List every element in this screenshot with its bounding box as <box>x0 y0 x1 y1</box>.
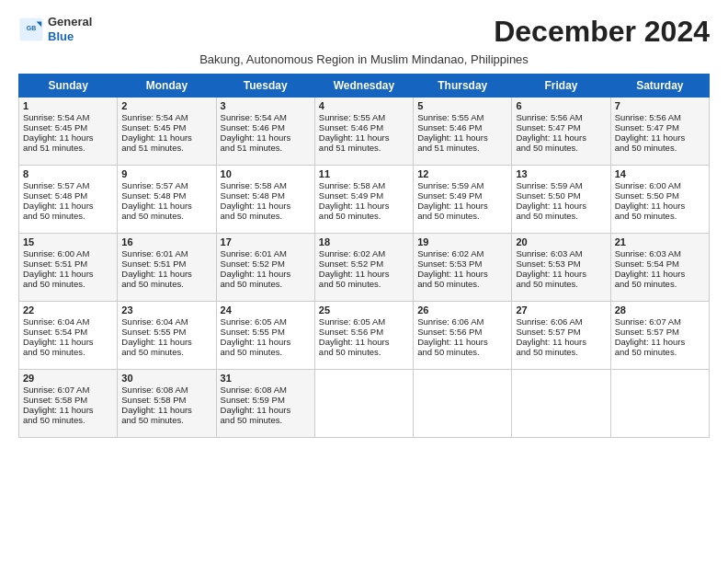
day-info-line: Sunrise: 6:07 AM <box>615 316 705 327</box>
day-info-line: Sunrise: 5:57 AM <box>23 180 113 190</box>
day-info-line: Sunrise: 5:54 AM <box>23 112 113 122</box>
day-info-line: Sunset: 5:52 PM <box>319 259 409 269</box>
day-number: 14 <box>615 168 705 179</box>
day-info-line: Daylight: 11 hours <box>615 337 705 347</box>
calendar-cell: 14Sunrise: 6:00 AMSunset: 5:50 PMDayligh… <box>610 166 709 234</box>
day-info-line: Sunrise: 6:06 AM <box>516 316 606 327</box>
calendar-table: SundayMondayTuesdayWednesdayThursdayFrid… <box>18 74 710 438</box>
day-info-line: and 50 minutes. <box>221 415 311 425</box>
calendar-cell: 5Sunrise: 5:55 AMSunset: 5:46 PMDaylight… <box>414 98 512 166</box>
day-info-line: Sunset: 5:45 PM <box>121 122 211 132</box>
day-number: 19 <box>417 236 507 247</box>
calendar-cell: 25Sunrise: 6:05 AMSunset: 5:56 PMDayligh… <box>314 302 413 370</box>
logo: GB General Blue <box>18 15 92 43</box>
day-info-line: and 50 minutes. <box>516 279 606 289</box>
calendar-week-1: 1Sunrise: 5:54 AMSunset: 5:45 PMDaylight… <box>19 98 710 166</box>
day-info-line: Sunrise: 6:07 AM <box>23 385 113 395</box>
col-header-friday: Friday <box>512 75 610 98</box>
day-info-line: Daylight: 11 hours <box>319 132 409 143</box>
day-info-line: Sunset: 5:47 PM <box>516 122 606 132</box>
day-number: 5 <box>417 100 507 111</box>
calendar-cell <box>414 370 512 438</box>
day-number: 6 <box>516 100 606 111</box>
calendar-cell <box>610 370 709 438</box>
day-info-line: Sunset: 5:55 PM <box>221 327 311 337</box>
calendar-cell: 11Sunrise: 5:58 AMSunset: 5:49 PMDayligh… <box>314 166 413 234</box>
day-number: 24 <box>221 304 311 316</box>
day-info-line: Daylight: 11 hours <box>319 201 409 211</box>
subtitle: Bakung, Autonomous Region in Muslim Mind… <box>18 52 710 66</box>
day-info-line: Sunrise: 5:58 AM <box>221 180 311 190</box>
calendar-week-3: 15Sunrise: 6:00 AMSunset: 5:51 PMDayligh… <box>19 234 710 302</box>
day-info-line: Sunset: 5:51 PM <box>121 259 211 269</box>
day-number: 12 <box>417 168 507 179</box>
day-info-line: and 50 minutes. <box>23 211 113 221</box>
calendar-cell: 15Sunrise: 6:00 AMSunset: 5:51 PMDayligh… <box>19 234 118 302</box>
day-info-line: Sunrise: 5:59 AM <box>417 180 507 190</box>
day-info-line: Sunset: 5:46 PM <box>319 122 409 132</box>
calendar-cell: 10Sunrise: 5:58 AMSunset: 5:48 PMDayligh… <box>216 166 314 234</box>
day-info-line: and 50 minutes. <box>615 279 705 289</box>
day-info-line: Sunset: 5:50 PM <box>615 190 705 201</box>
day-number: 13 <box>516 168 606 179</box>
day-number: 30 <box>121 373 211 384</box>
day-info-line: and 50 minutes. <box>615 347 705 357</box>
day-info-line: Sunset: 5:54 PM <box>23 327 113 337</box>
day-number: 23 <box>121 304 211 316</box>
calendar-cell: 23Sunrise: 6:04 AMSunset: 5:55 PMDayligh… <box>118 302 216 370</box>
day-info-line: Sunset: 5:55 PM <box>121 327 211 337</box>
day-info-line: Daylight: 11 hours <box>23 132 113 143</box>
day-info-line: Daylight: 11 hours <box>121 132 211 143</box>
day-info-line: Daylight: 11 hours <box>516 337 606 347</box>
day-info-line: Sunrise: 5:54 AM <box>221 112 311 122</box>
day-info-line: Sunset: 5:58 PM <box>23 395 113 405</box>
calendar-cell: 22Sunrise: 6:04 AMSunset: 5:54 PMDayligh… <box>19 302 118 370</box>
day-info-line: Sunset: 5:49 PM <box>417 190 507 201</box>
day-info-line: Sunset: 5:50 PM <box>516 190 606 201</box>
day-info-line: and 50 minutes. <box>319 279 409 289</box>
day-info-line: Sunrise: 6:04 AM <box>23 316 113 327</box>
day-info-line: and 51 minutes. <box>221 143 311 153</box>
day-info-line: Sunset: 5:48 PM <box>121 190 211 201</box>
day-info-line: Sunrise: 6:03 AM <box>516 248 606 259</box>
day-info-line: Sunset: 5:51 PM <box>23 259 113 269</box>
day-info-line: Sunrise: 5:55 AM <box>417 112 507 122</box>
day-info-line: Sunrise: 5:56 AM <box>615 112 705 122</box>
day-number: 17 <box>221 236 311 247</box>
day-info-line: and 50 minutes. <box>23 347 113 357</box>
day-number: 28 <box>615 304 705 316</box>
calendar-cell: 3Sunrise: 5:54 AMSunset: 5:46 PMDaylight… <box>216 98 314 166</box>
day-info-line: Sunset: 5:53 PM <box>516 259 606 269</box>
day-info-line: Sunset: 5:57 PM <box>615 327 705 337</box>
calendar-cell: 1Sunrise: 5:54 AMSunset: 5:45 PMDaylight… <box>19 98 118 166</box>
col-header-tuesday: Tuesday <box>216 75 314 98</box>
day-info-line: and 51 minutes. <box>417 143 507 153</box>
day-info-line: Daylight: 11 hours <box>615 132 705 143</box>
day-number: 11 <box>319 168 409 179</box>
day-info-line: and 50 minutes. <box>121 211 211 221</box>
day-info-line: and 50 minutes. <box>516 211 606 221</box>
svg-text:GB: GB <box>27 25 37 31</box>
day-info-line: Sunrise: 5:55 AM <box>319 112 409 122</box>
day-info-line: Daylight: 11 hours <box>615 269 705 279</box>
day-number: 27 <box>516 304 606 316</box>
day-info-line: Daylight: 11 hours <box>221 132 311 143</box>
calendar-cell: 13Sunrise: 5:59 AMSunset: 5:50 PMDayligh… <box>512 166 610 234</box>
day-info-line: Sunrise: 6:05 AM <box>221 316 311 327</box>
day-info-line: Daylight: 11 hours <box>221 337 311 347</box>
day-number: 3 <box>221 100 311 111</box>
day-info-line: Sunrise: 6:04 AM <box>121 316 211 327</box>
calendar-cell: 9Sunrise: 5:57 AMSunset: 5:48 PMDaylight… <box>118 166 216 234</box>
day-info-line: Daylight: 11 hours <box>516 132 606 143</box>
day-info-line: Sunrise: 6:00 AM <box>615 180 705 190</box>
day-number: 9 <box>121 168 211 179</box>
day-info-line: Sunrise: 6:05 AM <box>319 316 409 327</box>
day-info-line: and 50 minutes. <box>221 347 311 357</box>
day-info-line: Sunset: 5:53 PM <box>417 259 507 269</box>
calendar-cell: 2Sunrise: 5:54 AMSunset: 5:45 PMDaylight… <box>118 98 216 166</box>
calendar-cell: 17Sunrise: 6:01 AMSunset: 5:52 PMDayligh… <box>216 234 314 302</box>
calendar-cell: 16Sunrise: 6:01 AMSunset: 5:51 PMDayligh… <box>118 234 216 302</box>
calendar-cell: 4Sunrise: 5:55 AMSunset: 5:46 PMDaylight… <box>314 98 413 166</box>
calendar-cell: 27Sunrise: 6:06 AMSunset: 5:57 PMDayligh… <box>512 302 610 370</box>
day-info-line: and 50 minutes. <box>417 347 507 357</box>
